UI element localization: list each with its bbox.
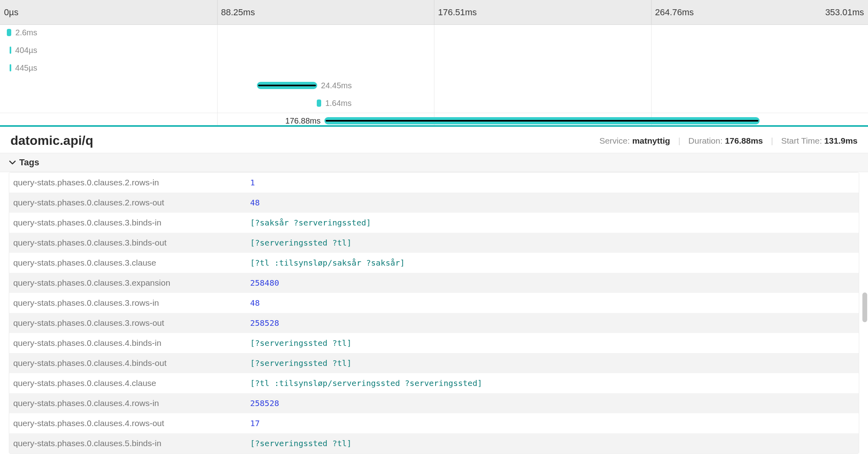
span-bar-wrap: 2.6ms <box>7 28 37 37</box>
tag-row[interactable]: query-stats.phases.0.clauses.4.clause[?t… <box>9 373 859 393</box>
tag-value: 17 <box>246 414 859 433</box>
tag-value: [?serveringssted ?tl] <box>246 353 859 373</box>
span-bar-wrap: 404µs <box>10 46 37 55</box>
tag-value: [?tl :tilsynsløp/saksår ?saksår] <box>246 253 859 272</box>
tag-row[interactable]: query-stats.phases.0.clauses.2.rows-out4… <box>9 193 859 213</box>
tag-value: 258528 <box>246 313 859 333</box>
tag-key: query-stats.phases.0.clauses.2.rows-in <box>9 173 246 192</box>
ruler-tick <box>217 0 218 24</box>
ruler-end-label: 353.01ms <box>825 7 864 18</box>
meta-duration: Duration: 176.88ms <box>689 136 763 146</box>
scrollbar-thumb[interactable] <box>862 292 867 322</box>
span-bar[interactable] <box>10 64 11 71</box>
tag-key: query-stats.phases.0.clauses.5.binds-in <box>9 434 246 453</box>
tag-value: [?saksår ?serveringssted] <box>246 213 859 232</box>
tags-table: query-stats.phases.0.clauses.2.rows-in1q… <box>9 172 859 454</box>
tag-key: query-stats.phases.0.clauses.3.binds-out <box>9 233 246 252</box>
timeline-ruler[interactable]: 353.01ms 0µs88.25ms176.51ms264.76ms <box>0 0 868 25</box>
span-bar[interactable] <box>317 100 321 107</box>
tag-row[interactable]: query-stats.phases.0.clauses.3.binds-in[… <box>9 213 859 233</box>
tag-row[interactable]: query-stats.phases.0.clauses.3.expansion… <box>9 273 859 293</box>
tag-row[interactable]: query-stats.phases.0.clauses.3.rows-out2… <box>9 313 859 333</box>
tag-row[interactable]: query-stats.phases.0.clauses.4.binds-out… <box>9 353 859 373</box>
timeline-rows: 2.6ms404µs445µs24.45ms1.64ms176.88ms <box>0 25 868 125</box>
tag-value: 258480 <box>246 273 859 292</box>
span-duration-label: 1.64ms <box>325 99 352 108</box>
tag-value: 48 <box>246 293 859 313</box>
tags-section-toggle[interactable]: Tags <box>0 153 868 172</box>
ruler-tick <box>434 0 434 24</box>
span-meta: Service: matnyttig | Duration: 176.88ms … <box>599 136 858 146</box>
span-duration-label: 24.45ms <box>321 81 352 90</box>
tag-value: [?serveringssted ?tl] <box>246 233 859 252</box>
tag-row[interactable]: query-stats.phases.0.clauses.5.binds-in[… <box>9 433 859 453</box>
tag-value: 258528 <box>246 394 859 413</box>
span-duration-label: 404µs <box>15 46 37 55</box>
span-detail-header: datomic.api/q Service: matnyttig | Durat… <box>0 127 868 153</box>
meta-separator: | <box>678 136 680 146</box>
span-duration-label: 2.6ms <box>15 28 37 37</box>
tag-row[interactable]: query-stats.phases.0.clauses.3.rows-in48 <box>9 293 859 313</box>
tag-key: query-stats.phases.0.clauses.2.rows-out <box>9 193 246 212</box>
tag-row[interactable]: query-stats.phases.0.clauses.2.rows-in1 <box>9 173 859 193</box>
tags-section-title: Tags <box>19 157 39 168</box>
tags-body: query-stats.phases.0.clauses.2.rows-in1q… <box>0 172 868 454</box>
tag-value: [?serveringssted ?tl] <box>246 434 859 453</box>
span-row[interactable]: 1.64ms <box>0 95 868 113</box>
span-bar[interactable] <box>10 47 11 54</box>
tag-key: query-stats.phases.0.clauses.3.binds-in <box>9 213 246 232</box>
span-bar-wrap: 176.88ms <box>285 116 760 125</box>
span-bar[interactable] <box>257 82 317 89</box>
span-row[interactable]: 2.6ms <box>0 25 868 43</box>
span-bar-wrap: 1.64ms <box>317 99 352 108</box>
tag-value: [?tl :tilsynsløp/serveringssted ?serveri… <box>246 374 859 393</box>
span-bar-wrap: 445µs <box>10 63 37 72</box>
meta-separator: | <box>771 136 773 146</box>
chevron-down-icon <box>9 159 16 166</box>
tag-row[interactable]: query-stats.phases.0.clauses.4.binds-in[… <box>9 333 859 353</box>
meta-service: Service: matnyttig <box>599 136 670 146</box>
span-row[interactable]: 445µs <box>0 60 868 78</box>
tag-row[interactable]: query-stats.phases.0.clauses.4.rows-in25… <box>9 393 859 413</box>
ruler-tick-label: 176.51ms <box>438 7 477 18</box>
ruler-tick-label: 88.25ms <box>221 7 255 18</box>
ruler-tick <box>651 0 652 24</box>
tag-value: 48 <box>246 193 859 212</box>
span-row[interactable]: 24.45ms <box>0 78 868 95</box>
span-duration-label: 176.88ms <box>285 116 321 126</box>
tag-row[interactable]: query-stats.phases.0.clauses.3.clause[?t… <box>9 253 859 273</box>
tag-value: [?serveringssted ?tl] <box>246 333 859 353</box>
span-bar[interactable] <box>324 117 759 124</box>
span-bar[interactable] <box>7 29 11 36</box>
span-row[interactable]: 176.88ms <box>0 113 868 127</box>
tag-key: query-stats.phases.0.clauses.4.rows-in <box>9 394 246 413</box>
tag-key: query-stats.phases.0.clauses.3.clause <box>9 253 246 272</box>
tag-key: query-stats.phases.0.clauses.4.binds-in <box>9 333 246 353</box>
span-bar-wrap: 24.45ms <box>257 81 352 90</box>
span-duration-label: 445µs <box>15 63 37 73</box>
tag-key: query-stats.phases.0.clauses.4.rows-out <box>9 414 246 433</box>
tag-value: 1 <box>246 173 859 192</box>
meta-start-time: Start Time: 131.9ms <box>781 136 858 146</box>
tag-key: query-stats.phases.0.clauses.3.rows-out <box>9 313 246 333</box>
ruler-tick-label: 0µs <box>4 7 18 18</box>
tag-row[interactable]: query-stats.phases.0.clauses.4.rows-out1… <box>9 413 859 433</box>
operation-name: datomic.api/q <box>10 133 93 148</box>
tag-row[interactable]: query-stats.phases.0.clauses.3.binds-out… <box>9 233 859 253</box>
tag-key: query-stats.phases.0.clauses.4.binds-out <box>9 353 246 373</box>
span-row[interactable]: 404µs <box>0 43 868 60</box>
ruler-tick-label: 264.76ms <box>655 7 694 18</box>
tag-key: query-stats.phases.0.clauses.3.rows-in <box>9 293 246 313</box>
tag-key: query-stats.phases.0.clauses.3.expansion <box>9 273 246 292</box>
trace-timeline[interactable]: 353.01ms 0µs88.25ms176.51ms264.76ms 2.6m… <box>0 0 868 127</box>
tag-key: query-stats.phases.0.clauses.4.clause <box>9 374 246 393</box>
